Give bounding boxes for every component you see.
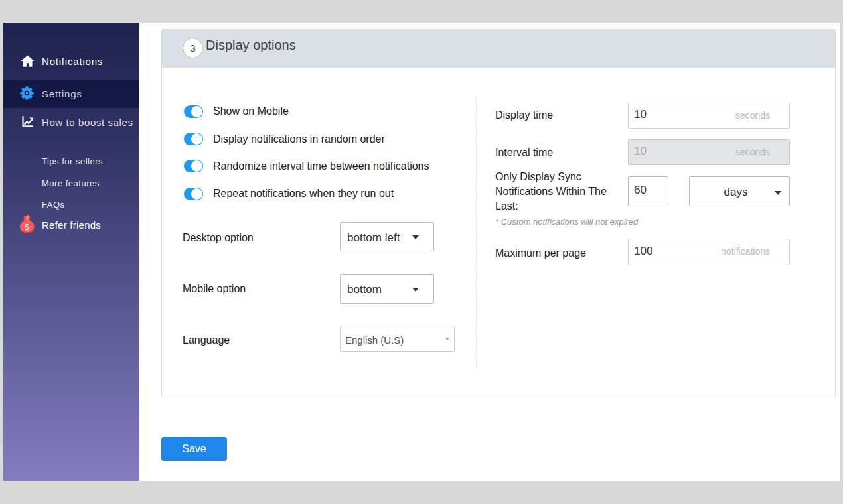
svg-text:$: $ <box>25 223 29 232</box>
